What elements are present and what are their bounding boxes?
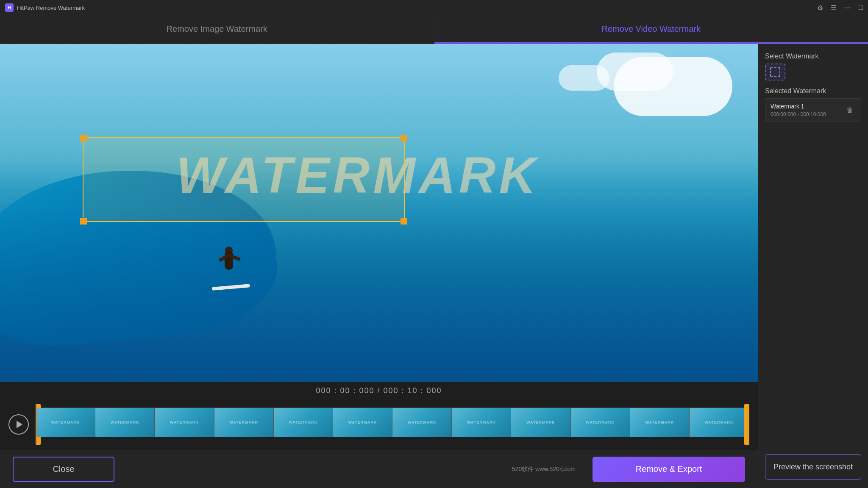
timeline-marker-right[interactable] bbox=[744, 404, 749, 445]
cloud-3 bbox=[559, 65, 609, 91]
time-display: 000 : 00 : 000 / 000 : 10 : 000 bbox=[8, 382, 749, 399]
delete-watermark-button[interactable]: 🗑 bbox=[844, 104, 856, 116]
timeline-bar bbox=[36, 408, 749, 437]
right-panel: Select Watermark Selected Watermark Wate… bbox=[758, 44, 868, 488]
video-background: WATERMARK bbox=[0, 44, 758, 382]
remove-export-button[interactable]: Remove & Export bbox=[593, 457, 745, 482]
titlebar-left: H HitPaw Remove Watermark bbox=[5, 3, 85, 12]
video-area: WATERMARK 000 : 00 : 000 / 000 : 10 : 00… bbox=[0, 44, 758, 488]
selection-icon bbox=[770, 67, 780, 77]
preview-screenshot-button[interactable]: Preview the screenshot bbox=[765, 454, 861, 480]
timeline-needle[interactable] bbox=[36, 405, 37, 444]
handle-top-right[interactable] bbox=[401, 135, 407, 141]
timeline-thumb-7 bbox=[392, 408, 452, 437]
tab-remove-image[interactable]: Remove Image Watermark bbox=[0, 15, 434, 44]
timeline-thumb-6 bbox=[333, 408, 392, 437]
timeline-thumb-5 bbox=[274, 408, 333, 437]
timeline-thumb-3 bbox=[155, 408, 214, 437]
minimize-icon[interactable]: — bbox=[844, 4, 851, 11]
timeline-thumb-4 bbox=[214, 408, 274, 437]
handle-bottom-left[interactable] bbox=[80, 218, 87, 225]
selected-watermark-section: Selected Watermark Watermark 1 000:00:00… bbox=[765, 87, 861, 447]
watermark-item-time: 000:00:000 - 000:10:000 bbox=[771, 111, 826, 117]
menu-icon[interactable]: ☰ bbox=[831, 4, 837, 12]
timeline-thumb-11 bbox=[630, 408, 690, 437]
close-button[interactable]: Close bbox=[13, 457, 114, 482]
main-layout: WATERMARK 000 : 00 : 000 / 000 : 10 : 00… bbox=[0, 44, 868, 488]
timeline-thumb-9 bbox=[511, 408, 570, 437]
watermark-credit: 520软件 www.520rj.com bbox=[512, 466, 576, 473]
titlebar-controls: ⚙ ☰ — □ bbox=[817, 4, 863, 12]
play-button[interactable] bbox=[8, 414, 29, 435]
timeline-thumb-12 bbox=[690, 408, 749, 437]
handle-top-left[interactable] bbox=[80, 135, 87, 141]
handle-bottom-right[interactable] bbox=[401, 218, 407, 225]
select-watermark-title: Select Watermark bbox=[765, 53, 861, 60]
tabbar: Remove Image Watermark Remove Video Wate… bbox=[0, 15, 868, 44]
timeline-track[interactable] bbox=[36, 408, 749, 441]
watermark-selection-box[interactable] bbox=[83, 137, 405, 222]
selected-watermark-title: Selected Watermark bbox=[765, 87, 861, 95]
timeline-thumb-10 bbox=[571, 408, 630, 437]
video-container[interactable]: WATERMARK bbox=[0, 44, 758, 382]
timeline-thumb-1 bbox=[36, 408, 95, 437]
watermark-item-info: Watermark 1 000:00:000 - 000:10:000 bbox=[771, 103, 826, 117]
timeline-controls bbox=[8, 399, 749, 450]
maximize-icon[interactable]: □ bbox=[859, 4, 863, 11]
settings-icon[interactable]: ⚙ bbox=[817, 4, 823, 12]
titlebar: H HitPaw Remove Watermark ⚙ ☰ — □ bbox=[0, 0, 868, 15]
cloud-2 bbox=[597, 53, 673, 91]
bottom-bar: Close 520软件 www.520rj.com Remove & Expor… bbox=[0, 450, 758, 488]
app-title: HitPaw Remove Watermark bbox=[17, 5, 85, 11]
surfer bbox=[212, 247, 246, 289]
timeline-area: 000 : 00 : 000 / 000 : 10 : 000 bbox=[0, 382, 758, 450]
select-watermark-section: Select Watermark bbox=[765, 53, 861, 80]
tab-remove-video[interactable]: Remove Video Watermark bbox=[434, 15, 868, 44]
app-logo: H bbox=[5, 3, 14, 12]
watermark-item: Watermark 1 000:00:000 - 000:10:000 🗑 bbox=[765, 98, 861, 122]
timeline-thumb-8 bbox=[452, 408, 511, 437]
select-watermark-button[interactable] bbox=[765, 64, 785, 80]
watermark-item-name: Watermark 1 bbox=[771, 103, 826, 110]
timeline-thumb-2 bbox=[95, 408, 155, 437]
